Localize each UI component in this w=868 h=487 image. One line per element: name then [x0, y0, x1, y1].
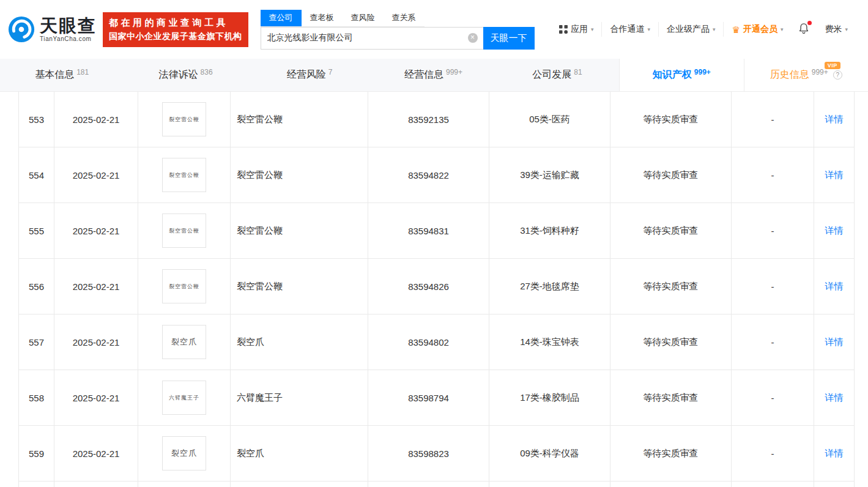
filler-cell — [368, 481, 489, 487]
tab-count: 7 — [328, 68, 333, 76]
detail-link[interactable]: 详情 — [825, 448, 844, 459]
application-date: 2025-02-21 — [54, 426, 138, 481]
trademark-image[interactable]: 裂空雷公鞭 — [162, 158, 206, 192]
registration-number: 83598823 — [368, 426, 489, 481]
tab-label: 知识产权 — [653, 69, 692, 81]
nav-item-membership[interactable]: ♛ 开通会员 ▾ — [723, 22, 791, 37]
trademark-image[interactable]: 裂空雷公鞭 — [162, 214, 206, 248]
trademark-image[interactable]: 裂空爪 — [162, 325, 206, 359]
tab-operating-risk[interactable]: 经营风险 7 — [248, 59, 371, 91]
clear-search-icon[interactable]: × — [468, 33, 478, 43]
extra-column: - — [732, 426, 814, 481]
application-date: 2025-02-21 — [54, 147, 138, 203]
tab-count: 999+ — [812, 68, 828, 76]
tab-basic-info[interactable]: 基本信息 181 — [0, 59, 124, 91]
trademark-image[interactable]: 裂空爪 — [162, 436, 206, 470]
tab-business-info[interactable]: 经营信息 999+ — [371, 59, 495, 91]
trademark-image-cell: 裂空雷公鞭 — [138, 147, 231, 203]
filler-cell — [19, 481, 54, 487]
action-cell: 详情 — [814, 92, 854, 147]
tab-count: 81 — [574, 68, 582, 76]
trademark-category: 17类-橡胶制品 — [489, 370, 610, 425]
trademark-name: 裂空雷公鞭 — [231, 259, 368, 314]
table-row: 557 2025-02-21 裂空爪 裂空爪 83594802 14类-珠宝钟表… — [19, 314, 854, 370]
trademark-image[interactable]: 裂空雷公鞭 — [162, 102, 206, 136]
trademark-name: 裂空爪 — [231, 314, 368, 370]
registration-number: 83594822 — [368, 147, 489, 203]
search-tab-boss[interactable]: 查老板 — [302, 10, 343, 26]
nav-item-apps[interactable]: 应用 ▾ — [551, 22, 602, 37]
trademark-category: 27类-地毯席垫 — [489, 259, 610, 314]
filler-cell — [54, 481, 138, 487]
search-button[interactable]: 天眼一下 — [483, 27, 535, 50]
nav-item-cooperation[interactable]: 合作通道 ▾ — [601, 22, 658, 37]
filler-cell — [138, 481, 231, 487]
search-input[interactable] — [261, 28, 483, 49]
tab-count: 999+ — [446, 68, 462, 76]
nav-apps-label: 应用 — [571, 24, 588, 35]
table-row: 556 2025-02-21 裂空雷公鞭 裂空雷公鞭 83594826 27类-… — [19, 259, 854, 314]
trademark-status: 等待实质审查 — [610, 203, 732, 258]
extra-column: - — [732, 259, 814, 314]
table-row: 558 2025-02-21 六臂魔王子 六臂魔王子 83598794 17类-… — [19, 370, 854, 426]
trademark-table: 553 2025-02-21 裂空雷公鞭 裂空雷公鞭 83592135 05类-… — [18, 92, 855, 487]
filler-cell — [732, 481, 814, 487]
search-tab-company[interactable]: 查公司 — [261, 10, 302, 26]
detail-link[interactable]: 详情 — [825, 336, 844, 348]
tab-label: 经营风险 — [287, 69, 326, 81]
extra-column: - — [732, 370, 814, 425]
table-row: 553 2025-02-21 裂空雷公鞭 裂空雷公鞭 83592135 05类-… — [19, 92, 854, 147]
registration-number: 83594831 — [368, 203, 489, 258]
row-number: 555 — [19, 203, 54, 258]
tab-history-info[interactable]: VIP 历史信息 999+ ? — [744, 59, 868, 91]
trademark-category: 09类-科学仪器 — [489, 426, 610, 481]
detail-link[interactable]: 详情 — [825, 169, 844, 181]
extra-column: - — [732, 92, 814, 147]
application-date: 2025-02-21 — [54, 314, 138, 370]
user-name: 费米 — [825, 24, 842, 35]
trademark-name: 六臂魔王子 — [231, 370, 368, 425]
trademark-image-cell: 裂空雷公鞭 — [138, 259, 231, 314]
trademark-status: 等待实质审查 — [610, 259, 732, 314]
detail-link[interactable]: 详情 — [825, 114, 844, 125]
application-date: 2025-02-21 — [54, 370, 138, 425]
help-icon[interactable]: ? — [833, 70, 842, 80]
header: 天眼查 TianYanCha.com 都在用的商业查询工具 国家中小企业发展子基… — [0, 0, 868, 59]
tianyancha-logo[interactable]: 天眼查 TianYanCha.com — [7, 15, 97, 43]
detail-link[interactable]: 详情 — [825, 392, 844, 404]
trademark-image[interactable]: 裂空雷公鞭 — [162, 269, 206, 303]
action-cell: 详情 — [814, 426, 854, 481]
table-row: 554 2025-02-21 裂空雷公鞭 裂空雷公鞭 83594822 39类-… — [19, 147, 854, 203]
trademark-name: 裂空爪 — [231, 426, 368, 481]
nav-item-user[interactable]: 费米 ▾ — [817, 22, 856, 37]
action-cell: 详情 — [814, 147, 854, 203]
tab-count: 836 — [201, 68, 213, 76]
application-date: 2025-02-21 — [54, 203, 138, 258]
logo-texts: 天眼查 TianYanCha.com — [40, 17, 97, 43]
detail-link[interactable]: 详情 — [825, 225, 844, 237]
search-tab-risk[interactable]: 查风险 — [343, 10, 384, 26]
row-number: 558 — [19, 370, 54, 425]
nav-item-enterprise[interactable]: 企业级产品 ▾ — [658, 22, 724, 37]
search-area: 查公司 查老板 查风险 查关系 × 天眼一下 — [261, 10, 535, 50]
tab-company-development[interactable]: 公司发展 81 — [495, 59, 619, 91]
action-cell: 详情 — [814, 203, 854, 258]
tab-legal-proceedings[interactable]: 法律诉讼 836 — [124, 59, 247, 91]
grid-icon — [559, 25, 568, 34]
brand-name: 天眼查 — [40, 17, 97, 36]
trademark-image[interactable]: 六臂魔王子 — [162, 381, 206, 415]
row-number: 557 — [19, 314, 54, 370]
trademark-image-cell: 裂空爪 — [138, 426, 231, 481]
trademark-image-cell: 裂空雷公鞭 — [138, 92, 231, 147]
notification-bell[interactable] — [791, 23, 817, 36]
action-cell: 详情 — [814, 370, 854, 425]
trademark-category: 39类-运输贮藏 — [489, 147, 610, 203]
row-number: 556 — [19, 259, 54, 314]
search-type-tabs: 查公司 查老板 查风险 查关系 — [261, 10, 425, 27]
tab-intellectual-property[interactable]: 知识产权 999+ — [619, 59, 743, 91]
trademark-status: 等待实质审查 — [610, 370, 732, 425]
trademark-status: 等待实质审查 — [610, 147, 732, 203]
detail-link[interactable]: 详情 — [825, 281, 844, 292]
search-tab-relation[interactable]: 查关系 — [384, 10, 425, 26]
trademark-image-cell: 裂空爪 — [138, 314, 231, 370]
